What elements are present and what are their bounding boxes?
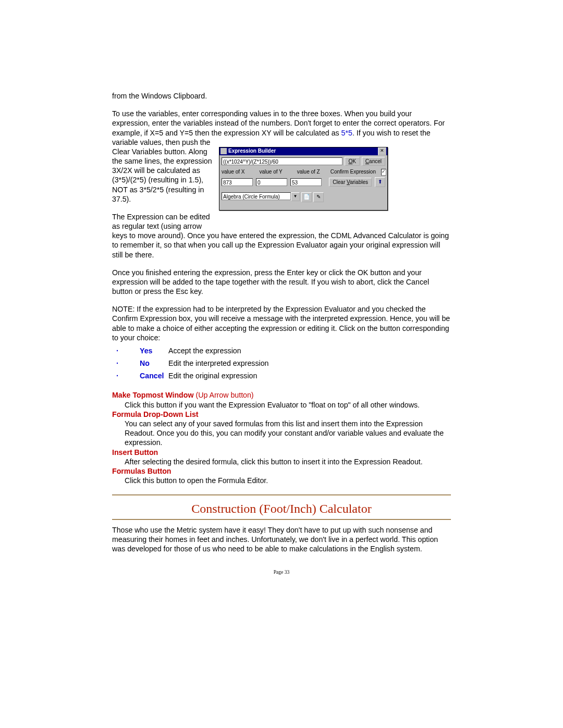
section-formulas-button-body: Click this button to open the Formula Ed… <box>125 476 451 485</box>
section-insert-button-body: After selecting the desired formula, cli… <box>125 457 451 466</box>
value-x-input[interactable]: 873 <box>222 178 253 186</box>
insert-formula-button[interactable]: 📄 <box>301 192 312 202</box>
bullet-icon: · <box>112 359 140 368</box>
bullet-icon: · <box>112 346 140 355</box>
highlighted-expression: 5*5 <box>341 129 352 137</box>
confirm-expression-checkbox[interactable]: ✓ <box>381 169 386 176</box>
label-x: value of X <box>222 169 244 176</box>
dialog-title: Expression Builder <box>228 148 276 155</box>
label-z: value of Z <box>297 169 320 176</box>
choice-list: · Yes Accept the expression · No Edit th… <box>112 344 451 382</box>
section-divider <box>112 495 451 496</box>
paragraph-b: To use the variables, enter correspondin… <box>112 109 451 147</box>
expression-builder-dialog: Expression Builder ✕ ((x*1024^Y)/(Z*125)… <box>219 147 388 211</box>
value-y-input[interactable]: 0 <box>256 178 287 186</box>
label-y: value of Y <box>259 169 282 176</box>
paragraph-f: NOTE: If the expression had to be interp… <box>112 304 451 342</box>
dialog-titlebar: Expression Builder ✕ <box>219 147 387 155</box>
app-icon <box>221 148 227 154</box>
page: from the Windows Clipboard. To use the v… <box>0 0 563 623</box>
paragraph-c-wrap: Clear Variables button. Along the same l… <box>112 147 216 204</box>
section-make-topmost-window-body: Click this button if you want the Expres… <box>125 400 451 410</box>
choice-row: · No Edit the interpreted expression <box>112 357 451 369</box>
confirm-expression-label: Confirm Expression <box>331 169 376 176</box>
section-divider <box>112 519 451 520</box>
clear-variables-button[interactable]: Clear Variables <box>329 178 372 187</box>
formulas-editor-button[interactable]: ✎ <box>313 192 324 202</box>
chevron-down-icon[interactable]: ▼ <box>291 192 300 201</box>
choice-cancel: Cancel <box>140 371 168 380</box>
choice-desc: Accept the expression <box>168 346 451 355</box>
choice-row: · Cancel Edit the original expression <box>112 369 451 382</box>
make-topmost-button[interactable]: ⬆ <box>375 177 385 187</box>
close-icon[interactable]: ✕ <box>378 147 386 155</box>
up-arrow-icon: ⬆ <box>378 179 382 186</box>
page-footer: Page 33 <box>112 569 451 575</box>
section-formula-dropdown-heading: Formula Drop-Down List <box>112 410 451 419</box>
section-heading-construction-calculator: Construction (Foot/Inch) Calculator <box>112 501 451 517</box>
paragraph-e: Once you finished entering the expressio… <box>112 268 451 297</box>
expression-input[interactable]: ((x*1024^Y)/(Z*125))/60 <box>222 157 342 165</box>
section-formula-dropdown-body: You can select any of your saved formula… <box>125 419 451 448</box>
section-insert-button-heading: Insert Button <box>112 448 451 457</box>
choice-desc: Edit the original expression <box>168 371 451 380</box>
choice-desc: Edit the interpreted expression <box>168 359 451 368</box>
section-make-topmost-window-heading: Make Topmost Window (Up Arrow button) <box>112 390 451 400</box>
value-z-input[interactable]: 53 <box>290 178 322 186</box>
formula-select[interactable]: Algebra (Circle Formula) <box>222 192 291 200</box>
ok-button[interactable]: OK <box>345 157 359 166</box>
paragraph-bottom: Those who use the Metric system have it … <box>112 525 451 554</box>
choice-no: No <box>140 359 168 368</box>
paragraph-d-tail: keys to move around). Once you have ente… <box>112 231 451 260</box>
cancel-button[interactable]: Cancel <box>362 157 385 166</box>
choice-yes: Yes <box>140 346 168 355</box>
paragraph-a: from the Windows Clipboard. <box>112 91 451 101</box>
bullet-icon: · <box>112 371 140 380</box>
paragraph-d-wrap: The Expression can be edited as regular … <box>112 212 216 231</box>
section-formulas-button-heading: Formulas Button <box>112 466 451 476</box>
choice-row: · Yes Accept the expression <box>112 344 451 357</box>
